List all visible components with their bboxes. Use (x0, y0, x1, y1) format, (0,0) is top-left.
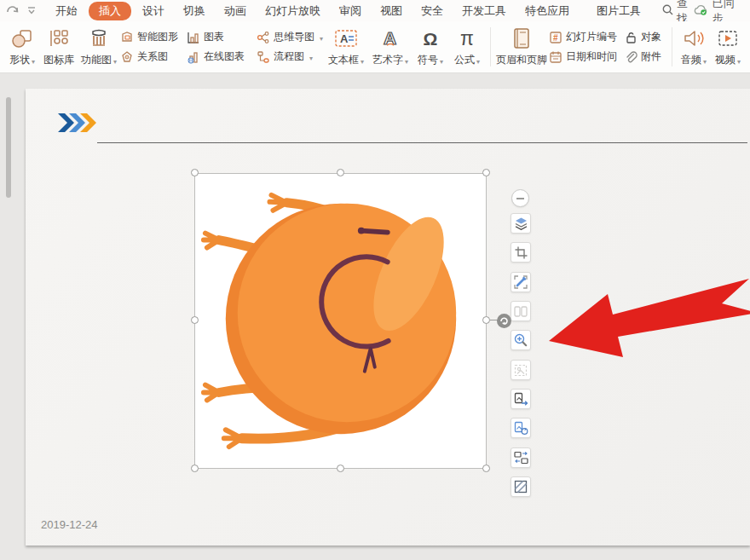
resize-handle-top-center[interactable] (337, 169, 344, 176)
more-pictures-button[interactable] (511, 447, 531, 468)
text-box-button[interactable]: A 文本框 (324, 23, 368, 71)
header-footer-button[interactable]: 页眉和页脚 (495, 23, 548, 71)
resize-handle-bottom-center[interactable] (337, 465, 344, 472)
change-picture-icon (514, 421, 528, 435)
tab-special-apps[interactable]: 特色应用 (517, 2, 577, 20)
resize-handle-bottom-right[interactable] (482, 465, 490, 472)
slide-canvas[interactable]: 2019-12-24 (0, 73, 750, 560)
magnifier-plus-icon (514, 333, 528, 347)
resize-handle-bottom-left[interactable] (191, 465, 199, 472)
svg-text:A: A (384, 28, 396, 48)
resize-handle-top-left[interactable] (191, 169, 199, 176)
object-icon (623, 30, 638, 44)
online-chart-icon (186, 49, 200, 64)
save-as-picture-button[interactable] (511, 389, 531, 409)
layers-icon (514, 216, 528, 231)
tab-review[interactable]: 审阅 (332, 2, 369, 20)
flowchart-button[interactable]: 流程图 (256, 49, 324, 64)
mind-map-label: 思维导图 (274, 30, 314, 44)
word-art-button[interactable]: A 艺术字 (368, 23, 412, 71)
icon-library-button[interactable]: 图标库 (39, 23, 78, 71)
compare-button-disabled[interactable] (511, 301, 531, 321)
transparent-color-icon (514, 364, 528, 377)
set-transparent-button-disabled[interactable] (511, 360, 531, 380)
shapes-label: 形状 (9, 53, 30, 67)
customize-toolbar-chevron-icon[interactable] (26, 5, 38, 17)
date-time-label: 日期和时间 (566, 49, 617, 64)
svg-text:#: # (553, 33, 558, 43)
flash-button[interactable]: f Flash (745, 23, 750, 71)
online-chart-label: 在线图表 (204, 49, 245, 64)
chevron-logo (58, 113, 99, 136)
shapes-button[interactable]: 形状 (5, 23, 39, 71)
function-diagram-icon (88, 26, 110, 51)
smart-relation-group: 智能图形 关系图 (119, 23, 186, 71)
text-box-label: 文本框 (328, 53, 359, 67)
tab-picture-tools[interactable]: 图片工具 (589, 2, 649, 20)
relation-diagram-button[interactable]: 关系图 (119, 49, 186, 64)
date-time-button[interactable]: 日期和时间 (548, 49, 623, 64)
rotate-handle[interactable] (497, 314, 511, 328)
orange-monster-image (195, 174, 486, 468)
collapse-toolbar-button[interactable] (511, 189, 529, 207)
smart-graphics-button[interactable]: 智能图形 (119, 30, 186, 44)
symbol-button[interactable]: Ω 符号 (412, 23, 448, 71)
slide-number-icon: # (548, 30, 562, 44)
header-footer-icon (511, 26, 532, 51)
slide-number-button[interactable]: # 幻灯片编号 (548, 30, 623, 44)
flowchart-label: 流程图 (274, 49, 304, 64)
video-button[interactable]: 视频 (711, 23, 745, 71)
more-pictures-icon (514, 451, 528, 465)
tab-view[interactable]: 视图 (372, 2, 410, 20)
audio-label: 音频 (681, 53, 701, 67)
symbol-omega-icon: Ω (424, 30, 438, 48)
beautify-button[interactable] (511, 272, 531, 292)
relation-diagram-label: 关系图 (137, 49, 168, 64)
tab-design[interactable]: 设计 (135, 2, 172, 20)
beautify-pen-icon (514, 275, 528, 289)
change-picture-button[interactable] (511, 418, 531, 438)
object-button[interactable]: 对象 (623, 30, 667, 44)
relation-diagram-icon (119, 49, 134, 64)
layer-button[interactable] (511, 213, 531, 234)
formula-button[interactable]: π 公式 (448, 23, 486, 71)
zoom-button[interactable] (511, 330, 531, 350)
chart-button[interactable]: 图表 (186, 30, 256, 44)
chart-group: 图表 在线图表 (186, 23, 256, 71)
resize-handle-middle-right[interactable] (482, 316, 490, 324)
function-diagram-button[interactable]: 功能图 (78, 23, 119, 71)
selected-picture[interactable] (194, 173, 487, 469)
ribbon-tab-bar: 开始 插入 设计 切换 动画 幻灯片放映 审阅 视图 安全 开发工具 特色应用 … (0, 0, 750, 21)
picture-effects-icon (514, 480, 528, 494)
resize-handle-top-right[interactable] (482, 169, 490, 176)
mind-map-button[interactable]: 思维导图 (256, 30, 324, 44)
dropdown-caret-icon (736, 55, 741, 66)
word-art-label: 艺术字 (372, 53, 403, 67)
slide-number-label: 幻灯片编号 (566, 30, 617, 44)
attachment-label: 附件 (641, 49, 661, 64)
date-time-icon (548, 49, 562, 64)
tab-developer-tools[interactable]: 开发工具 (454, 2, 514, 20)
slide-date-text[interactable]: 2019-12-24 (41, 518, 98, 531)
attachment-button[interactable]: 附件 (623, 49, 667, 64)
crop-icon (515, 246, 528, 259)
audio-button[interactable]: 音频 (677, 23, 711, 71)
dropdown-caret-icon (308, 51, 313, 63)
dropdown-caret-icon (112, 55, 117, 66)
tab-slideshow[interactable]: 幻灯片放映 (257, 2, 328, 20)
tab-home[interactable]: 开始 (48, 2, 85, 20)
tab-transitions[interactable]: 切换 (176, 2, 213, 20)
tab-security[interactable]: 安全 (413, 2, 451, 20)
text-box-icon: A (334, 26, 358, 51)
tab-insert[interactable]: 插入 (89, 2, 131, 20)
online-chart-button[interactable]: 在线图表 (186, 49, 256, 64)
dropdown-caret-icon (30, 55, 35, 66)
tab-animation[interactable]: 动画 (216, 2, 254, 20)
redo-icon[interactable] (7, 5, 19, 17)
resize-handle-middle-left[interactable] (191, 316, 199, 324)
save-as-picture-icon (514, 392, 528, 406)
slidenumber-datetime-group: # 幻灯片编号 日期和时间 (548, 23, 623, 71)
picture-effects-button[interactable] (511, 476, 531, 497)
left-scrollbar-thumb[interactable] (6, 97, 11, 198)
crop-button[interactable] (511, 242, 531, 263)
